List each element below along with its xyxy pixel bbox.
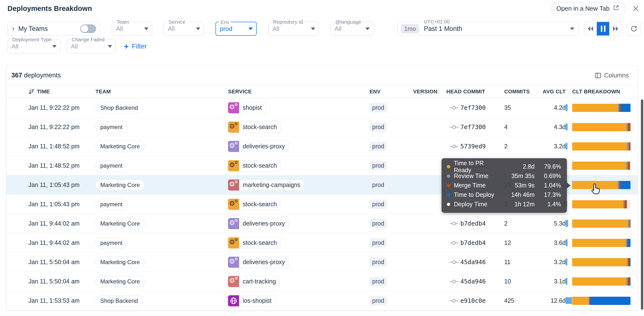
service-tag[interactable]: ⚙⚙ shopist <box>228 102 266 113</box>
service-tag[interactable]: ⚙⚙ cart-tracking <box>228 276 280 287</box>
env-badge[interactable]: prod <box>370 180 387 190</box>
service-tag[interactable]: ⚙⚙ stock-search <box>228 160 281 171</box>
row-head-commit[interactable]: 7ef7300 <box>446 104 504 111</box>
clt-segment[interactable] <box>630 162 630 170</box>
team-badge[interactable]: Marketing Core <box>96 276 144 287</box>
team-badge[interactable]: payment <box>96 237 127 248</box>
row-head-commit[interactable]: 45da946 <box>446 259 504 265</box>
service-tag[interactable]: ⚙⚙ stock-search <box>228 199 281 210</box>
clt-segment[interactable] <box>620 104 630 112</box>
service-tag[interactable]: ⚙⚙ deliveries-proxy <box>228 218 289 229</box>
clt-breakdown-bar[interactable] <box>572 277 630 286</box>
clt-segment[interactable] <box>572 297 588 305</box>
clt-breakdown-bar[interactable] <box>572 258 630 266</box>
env-badge[interactable]: prod <box>370 199 387 209</box>
clt-segment[interactable] <box>624 200 627 208</box>
my-teams-filter[interactable]: › My Teams <box>8 22 100 36</box>
clt-segment[interactable] <box>628 162 630 170</box>
clt-breakdown-bar[interactable] <box>572 219 630 228</box>
vertical-scrollbar-thumb[interactable] <box>641 99 643 310</box>
row-head-commit[interactable]: 5739ed9 <box>446 143 504 150</box>
clt-breakdown-bar[interactable] <box>572 142 630 151</box>
team-badge[interactable]: Marketing Core <box>96 218 144 229</box>
clt-segment[interactable] <box>627 142 628 151</box>
clt-segment[interactable] <box>629 258 630 266</box>
table-row[interactable]: Jan 11, 5:50:04 am Marketing Core ⚙⚙ car… <box>6 272 638 291</box>
open-in-new-tab-button[interactable]: Open in a New Tab <box>551 3 625 14</box>
pause-button[interactable] <box>597 22 609 36</box>
clt-segment[interactable] <box>628 123 630 131</box>
row-head-commit[interactable]: b7dedb4 <box>446 220 504 227</box>
close-button[interactable] <box>631 4 641 13</box>
column-header-env[interactable]: ENV <box>370 89 413 95</box>
column-header-team[interactable]: TEAM <box>96 89 228 95</box>
team-badge[interactable]: Marketing Core <box>96 179 144 191</box>
row-head-commit[interactable]: e910c0e <box>446 297 504 304</box>
service-tag[interactable]: ⚙⚙ ios-shopist <box>228 295 276 306</box>
table-row[interactable]: Jan 11, 9:22:22 pm payment ⚙⚙ stock-sear… <box>6 118 638 137</box>
column-header-avg-clt[interactable]: AVG CLT <box>534 89 566 95</box>
team-badge[interactable]: Marketing Core <box>96 141 144 152</box>
add-filter-button[interactable]: + Filter <box>124 42 147 51</box>
env-badge[interactable]: prod <box>370 142 387 151</box>
env-badge[interactable]: prod <box>370 238 387 247</box>
clt-breakdown-bar[interactable] <box>572 123 630 131</box>
change-failed-dropdown[interactable]: Change Failed All <box>67 39 116 53</box>
clt-segment[interactable] <box>572 162 626 170</box>
env-badge[interactable]: prod <box>370 161 387 170</box>
table-row[interactable]: Jan 11, 9:44:02 am payment ⚙⚙ stock-sear… <box>6 233 638 252</box>
team-dropdown[interactable]: Team All <box>112 22 152 36</box>
column-header-version[interactable]: VERSION <box>413 89 446 95</box>
env-badge[interactable]: prod <box>370 277 387 286</box>
clt-segment[interactable] <box>572 142 627 151</box>
repository-id-dropdown[interactable]: Repository Id All <box>268 22 319 36</box>
clt-segment[interactable] <box>572 123 626 131</box>
clt-segment[interactable] <box>630 219 630 228</box>
row-head-commit[interactable]: b7dedb4 <box>446 239 504 246</box>
env-badge[interactable]: prod <box>370 296 387 305</box>
table-row[interactable]: Jan 11, 1:53:53 am Shop Backend ⚙⚙ ios-s… <box>6 291 638 310</box>
table-row[interactable]: Jan 11, 9:44:02 am Marketing Core ⚙⚙ del… <box>6 214 638 233</box>
table-row[interactable]: Jan 11, 5:50:04 am Marketing Core ⚙⚙ del… <box>6 252 638 272</box>
clt-segment[interactable] <box>627 200 630 208</box>
clt-segment[interactable] <box>572 219 628 228</box>
clt-breakdown-bar[interactable] <box>572 104 630 112</box>
clt-breakdown-bar[interactable] <box>572 239 630 247</box>
clt-segment[interactable] <box>590 297 630 305</box>
env-badge[interactable]: prod <box>370 219 387 228</box>
row-head-commit[interactable]: 7ef7300 <box>446 124 504 131</box>
clt-segment[interactable] <box>572 200 623 208</box>
team-badge[interactable]: payment <box>96 160 127 171</box>
clt-segment[interactable] <box>628 239 630 247</box>
clt-segment[interactable] <box>572 104 618 112</box>
service-tag[interactable]: ⚙⚙ stock-search <box>228 237 281 248</box>
column-header-service[interactable]: SERVICE <box>228 89 370 95</box>
team-badge[interactable]: payment <box>96 122 127 133</box>
service-tag[interactable]: ⚙⚙ deliveries-proxy <box>228 257 289 268</box>
table-row[interactable]: Jan 11, 9:22:22 pm Shop Backend ⚙⚙ shopi… <box>6 98 638 118</box>
env-dropdown[interactable]: Env prod <box>216 22 257 36</box>
service-tag[interactable]: ⚙⚙ deliveries-proxy <box>228 141 289 152</box>
my-teams-toggle[interactable] <box>80 24 96 33</box>
clt-segment[interactable] <box>572 239 626 247</box>
clt-segment[interactable] <box>572 181 618 189</box>
rewind-button[interactable] <box>584 22 597 36</box>
team-badge[interactable]: Shop Backend <box>96 295 143 306</box>
service-dropdown[interactable]: Service All <box>164 22 204 36</box>
service-tag[interactable]: ⚙⚙ marketing-campaigns <box>228 179 304 191</box>
fast-forward-button[interactable] <box>609 22 622 36</box>
service-tag[interactable]: ⚙⚙ stock-search <box>228 122 281 133</box>
time-range-picker[interactable]: UTC+01:00 1mo Past 1 Month <box>398 22 579 36</box>
columns-button[interactable]: Columns <box>595 72 629 79</box>
clt-segment[interactable] <box>620 181 630 189</box>
team-badge[interactable]: Marketing Core <box>96 257 144 268</box>
language-dropdown[interactable]: @language All <box>330 22 373 36</box>
env-badge[interactable]: prod <box>370 257 387 267</box>
column-header-clt-breakdown[interactable]: CLT BREAKDOWN <box>566 89 630 95</box>
column-header-time[interactable]: TIME <box>28 89 96 95</box>
row-head-commit[interactable]: 45da946 <box>446 278 504 285</box>
clt-breakdown-bar[interactable] <box>572 200 630 208</box>
clt-segment[interactable] <box>628 277 629 286</box>
time-shortcut-chip[interactable]: 1mo <box>401 24 419 34</box>
clt-segment[interactable] <box>629 277 630 286</box>
